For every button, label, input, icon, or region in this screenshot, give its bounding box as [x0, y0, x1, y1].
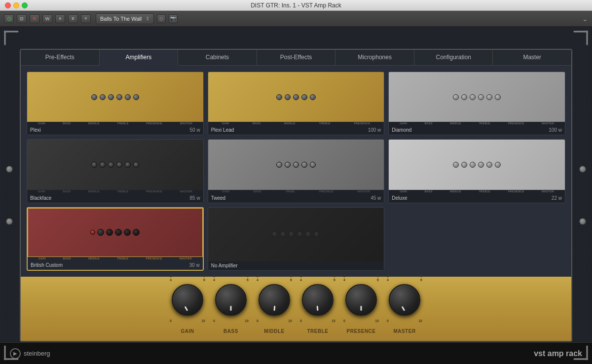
amp-plexi-watts: 50 w [190, 127, 200, 133]
knob-middle-label: MIDDLE [264, 328, 284, 334]
amp-tweed-image [208, 140, 384, 189]
knob-presence[interactable] [345, 284, 377, 316]
knob-middle[interactable] [259, 284, 290, 316]
amp-deluxe-knob-labels: GAINBASSMIDDLETREBLEPRESENCEMASTER [389, 190, 565, 194]
amp-plexi-lead-label-row: Plexi Lead 100 w [208, 126, 384, 135]
knob-treble-label: TREBLE [307, 328, 329, 334]
knob-group-treble: 46 2 8 010 TREBLE [302, 284, 333, 334]
knob-group-gain: 4 6 2 8 0 10 GAIN [172, 284, 203, 334]
amp-blackface-image [27, 140, 203, 189]
amp-deluxe[interactable]: GAINBASSMIDDLETREBLEPRESENCEMASTER Delux… [388, 139, 565, 203]
tab-post-effects[interactable]: Post-Effects [257, 50, 336, 65]
amp-empty [388, 207, 565, 271]
knob-group-presence: 46 2 8 010 PRESENCE [345, 284, 377, 334]
amp-plexi-label-row: Plexi 50 w [27, 126, 203, 135]
minimize-button[interactable] [13, 2, 19, 8]
amp-plexi-name: Plexi [30, 127, 41, 133]
btn-c[interactable]: ≡ [81, 14, 91, 23]
toolbar: ⏻ ⊟ R W A B ≡ Balls To The Wall ⇕ ◇ 📷 ⌄ [0, 11, 592, 27]
amp-plexi-lead-watts: 100 w [368, 127, 381, 133]
window-title: DIST GTR: Ins. 1 - VST Amp Rack [251, 2, 341, 9]
tab-cabinets[interactable]: Cabinets [178, 50, 257, 65]
amp-british-label-row: British Custom 30 w [28, 261, 203, 270]
tab-configuration[interactable]: Configuration [414, 50, 493, 65]
knob-group-master: 46 2 8 010 MASTER [389, 284, 420, 334]
knob-bass[interactable] [215, 284, 247, 316]
steinberg-text: steinberg [24, 350, 50, 357]
maximize-button[interactable] [22, 2, 28, 8]
screw-right-bottom [579, 218, 586, 225]
gain-scale-4: 4 [170, 278, 172, 282]
corner-bracket-br [573, 345, 588, 360]
screw-left-top [6, 166, 13, 173]
amp-deluxe-label-row: Deluxe 22 w [389, 194, 565, 203]
amp-no-amplifier[interactable]: No Amplifier [208, 207, 385, 271]
gain-scale-10: 10 [201, 319, 205, 323]
knob-master-label: MASTER [393, 328, 415, 334]
amp-british-watts: 30 w [189, 262, 200, 268]
tab-amplifiers[interactable]: Amplifiers [100, 50, 179, 66]
diamond-icon[interactable]: ◇ [157, 14, 166, 23]
amp-tweed-watts: 45 w [370, 195, 381, 201]
record-button[interactable]: R [30, 14, 39, 23]
amp-british-name: British Custom [31, 262, 63, 268]
tab-master[interactable]: Master [493, 50, 571, 65]
preset-name: Balls To The Wall [100, 16, 142, 22]
amp-tweed[interactable]: GAINBASSTREBLPRESNCEMASTER Tweed 45 w [208, 139, 385, 203]
amp-diamond-knob-labels: GAINBASSMIDDLETREBLEPRESENCEMASTER [389, 122, 565, 126]
knob-gain[interactable] [172, 284, 203, 316]
amp-tweed-knob-labels: GAINBASSTREBLPRESNCEMASTER [208, 190, 384, 194]
amp-tweed-name: Tweed [211, 195, 225, 201]
knob-group-middle: 46 2 8 010 MIDDLE [259, 284, 290, 334]
main-container: Pre-Effects Amplifiers Cabinets Post-Eff… [0, 27, 592, 364]
camera-icon[interactable]: 📷 [169, 14, 178, 23]
preset-selector[interactable]: Balls To The Wall ⇕ [96, 13, 154, 24]
amp-plexi[interactable]: GAINBASSMIDDLETREBLEPRESENCEMASTER Plexi… [27, 72, 204, 135]
amp-diamond-watts: 100 w [549, 127, 562, 133]
svg-point-2 [4, 358, 6, 360]
close-button[interactable] [5, 2, 11, 8]
knob-presence-label: PRESENCE [346, 328, 375, 334]
knob-gain-label: GAIN [181, 328, 194, 334]
power-button[interactable]: ⏻ [4, 14, 14, 23]
corner-bracket-tl [4, 31, 19, 45]
bottom-amp-panel: 4 6 2 8 0 10 GAIN [21, 277, 571, 341]
amp-plexi-lead-knob-labels: GAINBASSMIDDLETREBLEPRESENCE [208, 122, 384, 126]
gain-scale-6: 6 [203, 278, 205, 282]
svg-point-3 [586, 358, 588, 360]
gain-scale-8: 8 [203, 274, 205, 278]
amp-deluxe-image [389, 140, 565, 189]
corner-bracket-bl [4, 345, 19, 360]
gain-scale-0: 0 [170, 319, 172, 323]
amp-blackface-watts: 85 w [190, 195, 200, 201]
collapse-chevron[interactable]: ⌄ [582, 15, 588, 23]
tab-pre-effects[interactable]: Pre-Effects [21, 50, 100, 65]
svg-point-0 [4, 31, 6, 33]
amp-blackface-name: Blackface [30, 195, 51, 201]
amp-no-amplifier-name: No Amplifier [211, 263, 238, 268]
amp-deluxe-name: Deluxe [392, 195, 407, 201]
amp-diamond[interactable]: GAINBASSMIDDLETREBLEPRESENCEMASTER Diamo… [388, 72, 565, 135]
knob-master[interactable] [389, 284, 420, 316]
amp-british-image [28, 208, 203, 257]
screw-right-top [579, 166, 586, 173]
amp-grid: GAINBASSMIDDLETREBLEPRESENCEMASTER Plexi… [21, 66, 571, 277]
amp-british-knob-labels: GAINBASSMIDDLETREBLEPRESENCEMASTER [28, 257, 203, 261]
tab-microphones[interactable]: Microphones [335, 50, 414, 65]
preset-arrows: ⇕ [146, 16, 149, 21]
svg-point-1 [586, 31, 588, 33]
tabs-bar: Pre-Effects Amplifiers Cabinets Post-Eff… [21, 50, 571, 66]
amp-plexi-lead-image [208, 72, 384, 122]
amp-deluxe-watts: 22 w [552, 195, 562, 201]
amp-blackface-label-row: Blackface 85 w [27, 194, 203, 203]
amp-british-custom[interactable]: GAINBASSMIDDLETREBLEPRESENCEMASTER Briti… [27, 207, 204, 271]
knob-treble[interactable] [302, 284, 333, 316]
btn-b[interactable]: B [68, 14, 78, 23]
amp-plexi-knob-labels: GAINBASSMIDDLETREBLEPRESENCEMASTER [27, 122, 203, 126]
write-button[interactable]: W [42, 14, 52, 23]
amp-blackface[interactable]: GAINBASSMIDDLETREBLEPRESENCEMASTER Black… [27, 139, 204, 203]
btn-a[interactable]: A [55, 14, 65, 23]
loop-button[interactable]: ⊟ [17, 14, 27, 23]
amp-plexi-image [27, 72, 203, 122]
amp-plexi-lead[interactable]: GAINBASSMIDDLETREBLEPRESENCE Plexi Lead … [208, 72, 385, 135]
